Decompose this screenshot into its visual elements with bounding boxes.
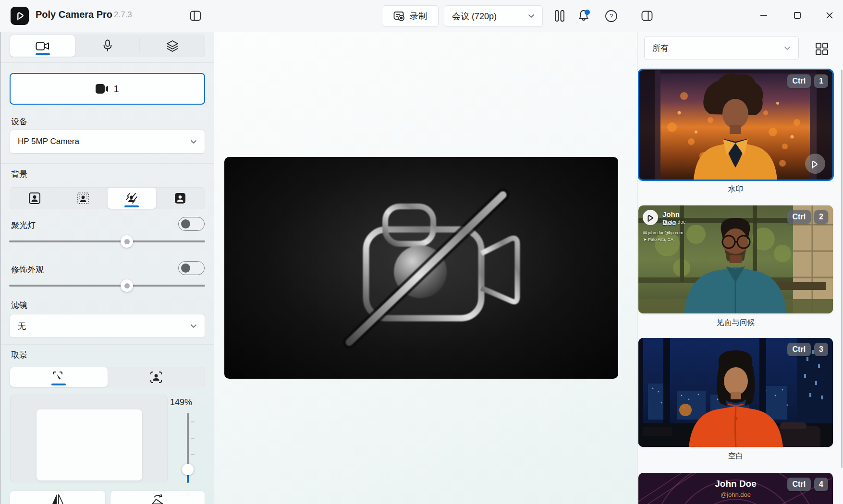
- flip-horizontal-button[interactable]: [10, 491, 106, 504]
- manual-frame-cursor-icon: [52, 371, 65, 384]
- device-label: 设备: [11, 116, 27, 127]
- toggle-right-panel-icon[interactable]: [639, 8, 655, 24]
- svg-text:?: ?: [609, 12, 612, 20]
- presets-scrollbar[interactable]: [841, 70, 843, 468]
- overlay-person-handle: @john.doe: [662, 219, 686, 225]
- titlebar: Poly Camera Pro 2.7.3 录制 会议 (720p): [0, 0, 843, 32]
- preset-thumbnail[interactable]: John Doe @john.doe ✉ john.doe@hp.com ➤ P…: [638, 205, 833, 313]
- shortcut-num-badge: 3: [814, 343, 828, 356]
- slider-thumb[interactable]: [182, 464, 194, 475]
- preset-card-watermark[interactable]: Ctrl 1 水印: [638, 70, 833, 194]
- preset-card-meet-greet[interactable]: John Doe @john.doe ✉ john.doe@hp.com ➤ P…: [638, 205, 833, 328]
- presets-panel: 所有: [637, 32, 843, 504]
- preset-category-dropdown[interactable]: 所有: [644, 36, 799, 60]
- zoom-slider[interactable]: [182, 413, 194, 483]
- preset-thumbnail[interactable]: John Doe @john.doe Ctrl 4: [638, 473, 833, 504]
- minimize-button[interactable]: [753, 6, 774, 25]
- record-button[interactable]: 录制: [382, 5, 439, 27]
- camera-settings-panel: 1 设备 HP 5MP Camera 背景 聚光灯: [0, 32, 214, 504]
- shortcut-badges: Ctrl 1: [787, 74, 828, 88]
- active-option-indicator: [51, 384, 66, 385]
- spotlight-toggle[interactable]: [178, 217, 205, 231]
- email-icon: ✉: [643, 230, 647, 235]
- filter-dropdown[interactable]: 无: [10, 314, 205, 338]
- shortcut-key-badge: Ctrl: [787, 210, 811, 224]
- preset-label: 见面与问候: [638, 318, 833, 328]
- notifications-bell-icon[interactable]: [575, 8, 592, 24]
- shortcut-badges: Ctrl 4: [787, 478, 828, 491]
- touch-up-toggle[interactable]: [178, 261, 205, 275]
- close-button[interactable]: [819, 6, 840, 25]
- overlay-location: ➤ Palo Alto, CA: [643, 237, 673, 242]
- slider-thumb[interactable]: [121, 279, 133, 292]
- shortcut-num-badge: 1: [814, 74, 828, 88]
- spotlight-label: 聚光灯: [11, 220, 36, 231]
- manual-framing-option[interactable]: [10, 367, 108, 387]
- camera-disabled-icon: [292, 177, 551, 359]
- poly-camera-pro-window: Poly Camera Pro 2.7.3 录制 会议 (720p): [0, 0, 843, 504]
- toggle-knob: [181, 264, 190, 273]
- person-image-bg-icon: [174, 192, 186, 204]
- framing-label: 取景: [11, 349, 27, 360]
- maximize-button[interactable]: [787, 6, 808, 25]
- toggle-knob: [181, 219, 190, 228]
- preset-thumbnail[interactable]: Ctrl 1: [638, 70, 833, 180]
- toggle-left-panel-icon[interactable]: [187, 8, 204, 24]
- active-option-indicator: [124, 205, 139, 207]
- chevron-down-icon: [784, 46, 791, 50]
- background-blur-option[interactable]: [108, 188, 156, 209]
- framing-crop-region[interactable]: [37, 409, 142, 480]
- app-title: Poly Camera Pro: [36, 9, 112, 20]
- preset-label: 空白: [638, 451, 833, 461]
- spotlight-slider[interactable]: [9, 235, 205, 248]
- person-dotted-blur-icon: [77, 192, 89, 204]
- grid-view-icon[interactable]: [814, 41, 830, 57]
- divider: [1, 62, 214, 63]
- touch-up-slider[interactable]: [9, 279, 205, 292]
- background-label: 背景: [11, 169, 27, 180]
- shortcut-badges: Ctrl 2: [787, 210, 828, 224]
- preset-category-value: 所有: [652, 43, 669, 54]
- filter-label: 滤镜: [11, 300, 27, 311]
- preset-card-name-card[interactable]: John Doe @john.doe Ctrl 4: [638, 473, 833, 504]
- shortcut-num-badge: 4: [814, 478, 828, 491]
- tab-effects[interactable]: [140, 35, 205, 57]
- framing-preview[interactable]: [10, 395, 168, 482]
- pause-preview-icon[interactable]: [551, 8, 568, 24]
- camera-number: 1: [113, 84, 119, 95]
- filter-value: 无: [18, 321, 26, 332]
- video-stage: [214, 32, 637, 504]
- person-blur-icon: [125, 192, 138, 204]
- shortcut-key-badge: Ctrl: [787, 343, 811, 356]
- slider-thumb[interactable]: [121, 235, 133, 248]
- auto-frame-person-icon: [150, 371, 162, 384]
- meeting-quality-dropdown[interactable]: 会议 (720p): [444, 5, 543, 27]
- preset-thumbnail[interactable]: Ctrl 3: [638, 338, 833, 447]
- rotate-button[interactable]: [110, 491, 205, 504]
- chevron-down-icon: [190, 140, 197, 144]
- background-none-option[interactable]: [10, 188, 59, 209]
- help-icon[interactable]: ?: [603, 8, 619, 24]
- tab-microphone[interactable]: [75, 35, 140, 57]
- microphone-icon: [103, 39, 112, 52]
- poly-avatar-icon: [642, 209, 659, 226]
- preset-card-blank[interactable]: Ctrl 3 空白: [638, 338, 833, 461]
- divider: [1, 163, 214, 164]
- flip-horizontal-icon: [50, 493, 65, 504]
- auto-framing-option[interactable]: [108, 367, 205, 387]
- camera-source-button[interactable]: 1: [10, 73, 205, 105]
- chevron-down-icon: [528, 14, 535, 18]
- shortcut-badges: Ctrl 3: [787, 343, 828, 356]
- tab-camera[interactable]: [10, 35, 75, 57]
- record-label: 录制: [410, 11, 427, 22]
- location-icon: ➤: [643, 237, 647, 242]
- app-version: 2.7.3: [114, 10, 132, 20]
- chevron-down-icon: [190, 324, 197, 328]
- lower-third-overlay: John Doe @john.doe ✉ john.doe@hp.com ➤ P…: [642, 209, 659, 226]
- slider-track: [9, 285, 205, 287]
- background-image-option[interactable]: [156, 188, 205, 209]
- device-dropdown[interactable]: HP 5MP Camera: [10, 130, 205, 154]
- video-preview-canvas[interactable]: [224, 157, 618, 379]
- background-light-blur-option[interactable]: [59, 188, 107, 209]
- settings-tabbar: [10, 35, 205, 57]
